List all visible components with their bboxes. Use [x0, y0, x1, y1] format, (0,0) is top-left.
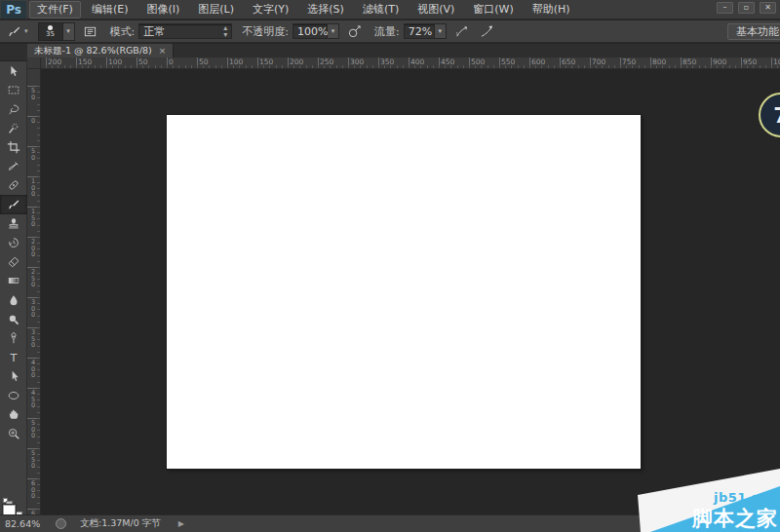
ruler-label: 950 — [743, 58, 757, 66]
ruler-label: 100 — [108, 58, 122, 66]
menu-item[interactable]: 帮助(H) — [525, 1, 578, 19]
opacity-field[interactable]: 100% — [292, 23, 328, 39]
hand-tool[interactable] — [0, 405, 27, 425]
maximize-button[interactable]: ▫ — [738, 2, 755, 14]
path-selection-tool[interactable] — [0, 367, 27, 387]
ruler-label: 0 — [169, 58, 174, 66]
blend-mode-select[interactable]: 正常 ▴▾ — [138, 23, 232, 39]
ruler-tick — [650, 57, 651, 68]
workspace-switcher-button[interactable]: 基本功能 — [727, 23, 780, 40]
horizontal-ruler: 2001501005005010015020025030035040045050… — [41, 57, 780, 69]
ruler-tick — [711, 57, 712, 68]
default-colors-icon[interactable] — [3, 498, 8, 503]
pen-tool[interactable] — [0, 328, 27, 348]
status-bar: 82.64% 文档:1.37M/0 字节 ▶ — [0, 514, 780, 532]
brush-preset-icon[interactable] — [4, 22, 23, 40]
flow-pressure-icon[interactable] — [478, 22, 497, 40]
menu-item[interactable]: 图像(I) — [138, 1, 187, 19]
ruler-label: 5 0 — [27, 88, 39, 100]
brush-size-dropdown[interactable]: ▾ — [63, 22, 75, 41]
photoshop-logo: Ps — [1, 1, 26, 19]
eyedropper-tool[interactable] — [0, 157, 27, 176]
history-brush-tool[interactable] — [0, 233, 27, 252]
ruler-label: 100 — [229, 58, 243, 66]
flow-label: 流量: — [374, 24, 400, 39]
opacity-pressure-icon[interactable] — [345, 22, 365, 40]
ruler-label: 500 — [471, 58, 485, 66]
tool-options-bar: ▾ 35 ▾ 模式: 正常 ▴▾ 不透明度: 100% ▾ 流量: 72% ▾ — [0, 20, 780, 43]
dodge-tool[interactable] — [0, 310, 27, 329]
vertical-ruler: 5 005 01 0 01 5 02 0 02 5 03 0 03 5 04 0… — [27, 69, 41, 514]
opacity-dropdown[interactable]: ▾ — [328, 23, 339, 39]
chevron-down-icon[interactable]: ▾ — [24, 27, 28, 35]
ruler-label: 150 — [78, 58, 92, 66]
ruler-tick — [590, 57, 591, 68]
ruler-label: 1 5 0 — [27, 209, 39, 228]
ruler-tick — [560, 57, 561, 68]
spot-healing-brush-tool[interactable] — [0, 176, 27, 196]
menu-item[interactable]: 文字(Y) — [245, 1, 296, 19]
tab-close-icon[interactable]: × — [159, 46, 167, 56]
ruler-tick — [227, 57, 228, 68]
ruler-label: 5 0 0 — [27, 420, 39, 439]
quick-selection-tool[interactable] — [0, 119, 27, 138]
ellipse-shape-tool[interactable] — [0, 386, 27, 405]
close-button[interactable]: ✕ — [760, 2, 776, 14]
menu-item[interactable]: 文件(F) — [29, 1, 81, 19]
lasso-tool[interactable] — [0, 99, 27, 119]
zoom-tool[interactable] — [0, 424, 27, 443]
ruler-tick — [741, 57, 742, 68]
toggle-brush-panel-icon[interactable] — [81, 22, 100, 40]
menu-item[interactable]: 滤镜(T) — [355, 1, 407, 19]
document-tab[interactable]: 未标题-1 @ 82.6%(RGB/8) × — [27, 44, 174, 57]
pasteboard — [41, 69, 780, 514]
ruler-tick — [257, 57, 258, 68]
minimize-button[interactable]: – — [717, 2, 733, 14]
menu-item[interactable]: 选择(S) — [299, 1, 352, 19]
ruler-label: 250 — [320, 58, 333, 66]
flow-field[interactable]: 72% — [404, 23, 435, 39]
airbrush-icon[interactable] — [452, 22, 472, 40]
ruler-tick — [136, 57, 137, 68]
ruler-tick — [46, 57, 47, 68]
status-badge-icon — [56, 518, 66, 529]
ruler-label: 650 — [562, 58, 575, 66]
ruler-label: 1000 — [773, 58, 780, 66]
ruler-label: 200 — [48, 58, 61, 66]
watermark-site-text: jb51.net — [714, 490, 777, 505]
document-tab-bar: 未标题-1 @ 82.6%(RGB/8) × — [0, 44, 780, 57]
ruler-label: 4 5 0 — [27, 390, 39, 409]
clone-stamp-tool[interactable] — [0, 214, 27, 234]
brush-size-preview[interactable]: 35 — [38, 22, 63, 41]
crop-tool[interactable] — [0, 137, 27, 157]
flow-dropdown[interactable]: ▾ — [435, 23, 447, 39]
ruler-tick — [499, 57, 500, 68]
move-tool[interactable] — [0, 61, 27, 81]
ruler-label: 800 — [652, 58, 666, 66]
blur-tool[interactable] — [0, 290, 27, 310]
menu-item[interactable]: 窗口(W) — [465, 1, 521, 19]
canvas[interactable] — [167, 115, 641, 469]
brush-size-value: 35 — [46, 31, 55, 38]
eraser-tool[interactable] — [0, 252, 27, 272]
status-flyout-icon[interactable]: ▶ — [178, 519, 184, 528]
watermark-brand-text: 脚本之家 — [692, 505, 778, 532]
zoom-level[interactable]: 82.64% — [5, 518, 50, 529]
brush-tip-dot — [48, 25, 53, 30]
ruler-label: 150 — [259, 58, 273, 66]
svg-text:T: T — [10, 351, 18, 364]
menu-item[interactable]: 编辑(E) — [84, 1, 136, 19]
ruler-label: 5 0 — [27, 148, 39, 161]
ruler-label: 600 — [531, 58, 545, 66]
brush-tool[interactable] — [0, 195, 27, 214]
type-tool[interactable]: T — [0, 348, 27, 367]
ruler-origin-box[interactable] — [27, 57, 41, 69]
gradient-tool[interactable] — [0, 272, 27, 291]
ruler-tick — [409, 57, 410, 68]
ruler-tick — [348, 57, 349, 68]
menu-item[interactable]: 图层(L) — [190, 1, 242, 19]
updown-arrows-icon: ▴▾ — [223, 24, 227, 38]
menu-item[interactable]: 视图(V) — [410, 1, 462, 19]
ruler-label: 200 — [290, 58, 303, 66]
rectangular-marquee-tool[interactable] — [0, 81, 27, 100]
